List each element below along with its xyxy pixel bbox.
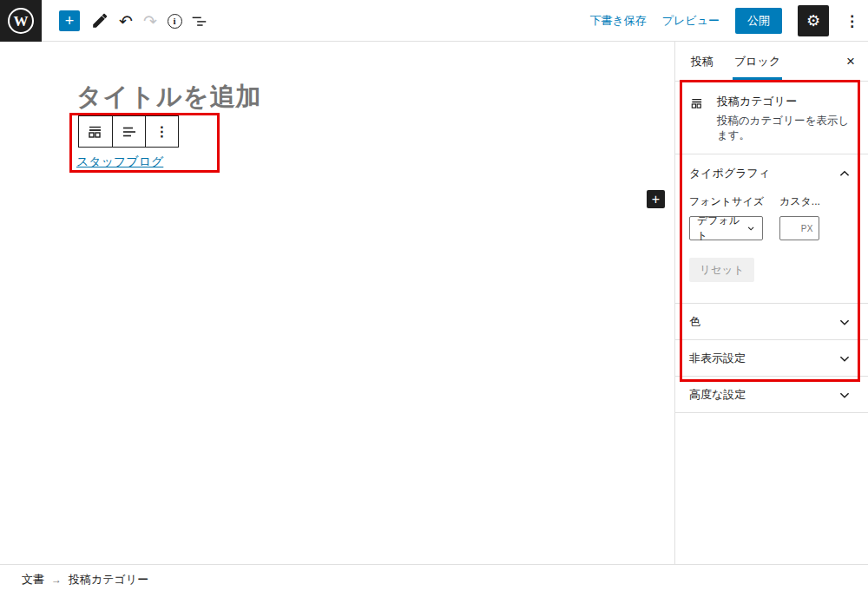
plus-icon: +	[65, 13, 75, 29]
preview-button[interactable]: プレビュー	[662, 13, 720, 29]
chevron-down-icon	[835, 385, 854, 404]
undo-icon: ↶	[119, 11, 133, 31]
sidebar-tabs: 投稿 ブロック ×	[675, 42, 868, 82]
editor-footer: 文書 → 投稿カテゴリー	[0, 564, 868, 604]
settings-sidebar: 投稿 ブロック × 投稿カテゴリー 投稿のカテゴリーを表示します。	[674, 42, 868, 564]
info-icon: i	[168, 14, 182, 29]
typography-section-title: タイポグラフィ	[689, 166, 770, 181]
pencil-icon	[90, 11, 109, 30]
breadcrumb-arrow-icon: →	[51, 574, 62, 586]
block-card: 投稿カテゴリー 投稿のカテゴリーを表示します。	[675, 82, 868, 154]
typography-section-header[interactable]: タイポグラフィ	[675, 154, 868, 193]
redo-button-disabled[interactable]: ↷	[139, 10, 161, 31]
options-menu-button[interactable]: ⋮	[845, 12, 859, 30]
wordpress-block-editor: W + ↶ ↷ i	[0, 0, 868, 604]
wordpress-logo-icon: W	[8, 8, 34, 34]
chevron-down-icon	[835, 312, 854, 332]
font-size-field: フォントサイズ デフォルト	[689, 194, 764, 240]
align-icon	[119, 121, 140, 142]
edit-mode-button[interactable]	[89, 10, 111, 31]
tab-post[interactable]: 投稿	[681, 42, 724, 81]
section-advanced-label: 高度な設定	[689, 387, 746, 403]
section-color-label: 色	[689, 314, 700, 330]
section-color[interactable]: 色	[675, 304, 868, 340]
settings-button[interactable]: ⚙	[798, 5, 829, 36]
list-view-button[interactable]	[187, 10, 210, 31]
section-visibility-label: 非表示設定	[689, 351, 746, 366]
block-toolbar: ⋮	[78, 115, 179, 148]
custom-size-label: カスタ...	[779, 194, 820, 209]
tab-block[interactable]: ブロック	[724, 42, 791, 81]
section-advanced[interactable]: 高度な設定	[675, 377, 868, 413]
post-title-placeholder[interactable]: タイトルを追加	[76, 80, 261, 115]
vertical-ellipsis-icon: ⋮	[845, 13, 859, 30]
category-link[interactable]: スタッフブログ	[76, 154, 163, 170]
plus-icon: +	[652, 193, 660, 207]
chevron-up-icon	[835, 164, 854, 183]
px-unit-label: PX	[801, 224, 813, 233]
font-size-selected-value: デフォルト	[697, 213, 745, 243]
typography-section: タイポグラフィ フォントサイズ デフォルト カスタ...	[675, 154, 868, 304]
reset-button[interactable]: リセット	[689, 258, 754, 282]
breadcrumb-document[interactable]: 文書	[22, 572, 44, 588]
breadcrumb: 文書 → 投稿カテゴリー	[22, 572, 148, 588]
font-size-label: フォントサイズ	[689, 194, 764, 209]
editor-top-bar: W + ↶ ↷ i	[0, 0, 868, 42]
custom-font-size-field: カスタ... PX	[779, 194, 820, 240]
close-sidebar-button[interactable]: ×	[840, 51, 861, 72]
block-inserter-button[interactable]: +	[59, 10, 80, 31]
chevron-down-icon	[835, 349, 854, 368]
redo-icon: ↷	[143, 11, 157, 31]
chevron-down-icon	[745, 221, 757, 235]
header-actions: 下書き保存 プレビュー 公開 ⚙ ⋮	[589, 0, 859, 42]
vertical-ellipsis-icon: ⋮	[155, 123, 169, 140]
typography-controls: フォントサイズ デフォルト カスタ... PX	[675, 193, 868, 240]
font-size-select[interactable]: デフォルト	[689, 216, 763, 240]
editor-canvas[interactable]: タイトルを追加	[0, 42, 674, 564]
block-type-button[interactable]	[79, 116, 112, 147]
details-button[interactable]: i	[163, 10, 186, 31]
list-view-icon	[189, 11, 208, 30]
block-card-title: 投稿カテゴリー	[717, 94, 854, 109]
block-card-description: 投稿のカテゴリーを表示します。	[717, 114, 854, 143]
wordpress-logo[interactable]: W	[0, 0, 42, 42]
breadcrumb-current-block: 投稿カテゴリー	[69, 572, 148, 588]
section-visibility[interactable]: 非表示設定	[675, 340, 868, 377]
close-icon: ×	[846, 53, 855, 69]
align-button[interactable]	[112, 116, 145, 147]
undo-button[interactable]: ↶	[115, 10, 137, 31]
block-options-button[interactable]: ⋮	[145, 116, 178, 147]
save-draft-button[interactable]: 下書き保存	[589, 13, 646, 29]
gear-icon: ⚙	[806, 13, 820, 29]
post-categories-icon	[689, 94, 707, 115]
append-block-button[interactable]: +	[647, 190, 665, 208]
publish-button[interactable]: 公開	[735, 8, 782, 34]
custom-font-size-input[interactable]: PX	[779, 216, 819, 240]
post-categories-icon	[85, 121, 106, 142]
